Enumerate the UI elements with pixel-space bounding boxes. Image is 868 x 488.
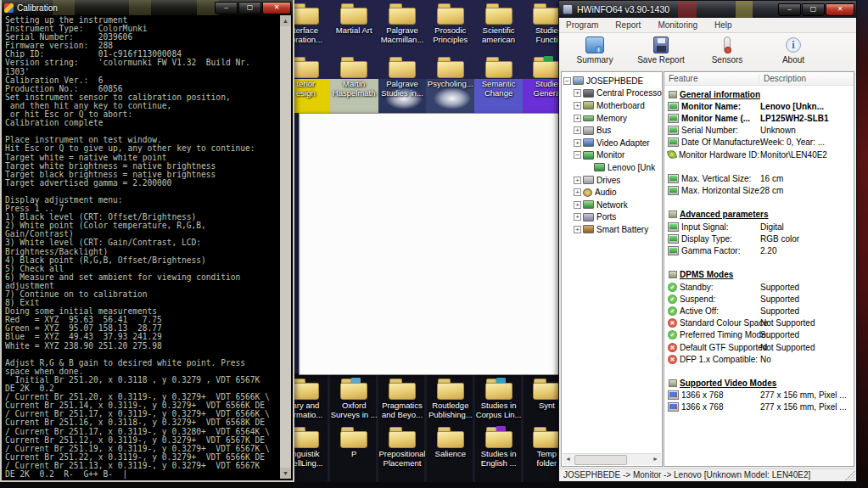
tree-item[interactable]: Monitor (562, 149, 662, 162)
desktop-folder[interactable]: Studies in English ... (474, 426, 523, 468)
toolbar-button[interactable]: Sensors (698, 36, 756, 65)
desktop-folder[interactable]: Palgrave Studies in... (378, 56, 427, 98)
minimize-button[interactable] (215, 2, 238, 14)
feature-row-icon (668, 306, 677, 316)
tree-expand-icon[interactable] (574, 151, 581, 159)
tree-item[interactable]: Memory (562, 112, 662, 125)
desktop-folder[interactable]: Salience (426, 426, 474, 468)
feature-row[interactable]: Date Of Manufacture: Week: 0, Year: ... (664, 137, 854, 149)
scrollbar-thumb[interactable] (574, 455, 627, 465)
desktop-folder[interactable]: Routledge Publishing... (426, 378, 474, 419)
tree-item[interactable]: Video Adapter (562, 137, 662, 149)
menu-item[interactable]: Program (566, 20, 598, 30)
toolbar-button[interactable]: Summary (566, 36, 624, 65)
feature-row[interactable]: Preferred Timing Mode: Supported (664, 329, 854, 341)
close-button[interactable] (262, 2, 291, 14)
feature-column-header[interactable]: Feature (664, 74, 759, 83)
console-titlebar[interactable]: Calibration (2, 0, 293, 15)
desktop-folder[interactable]: Pragmatics and Beyo... (378, 378, 427, 419)
feature-row[interactable]: Display Type: RGB color (664, 233, 854, 244)
desktop-folder[interactable]: Prepositional Placement (378, 426, 427, 468)
tree-item[interactable]: Drives (562, 174, 662, 187)
tree-expand-icon[interactable] (574, 139, 581, 147)
feature-row[interactable]: DFP 1.x Compatible: No (664, 353, 854, 365)
maximize-button[interactable] (238, 2, 261, 14)
desktop-folder[interactable]: Studies in Corpus Lin... (474, 378, 523, 419)
tree-expand-icon[interactable] (574, 177, 581, 184)
feature-row[interactable]: 1366 x 768 277 x 156 mm, Pixel ... (664, 390, 854, 401)
tree-expand-icon[interactable] (563, 77, 571, 85)
menu-item[interactable]: Help (714, 20, 732, 30)
desktop-folder[interactable]: Oxford Surveys in ... (330, 378, 378, 419)
tree-expand-icon[interactable] (574, 115, 581, 122)
feature-row[interactable] (664, 197, 854, 209)
tree-item[interactable]: Motherboard (562, 99, 662, 112)
feature-row[interactable]: Monitor Name (... LP125WH2-SLB1 (664, 112, 854, 124)
desktop-folder[interactable]: Prosodic Principles (426, 3, 474, 44)
desktop-folder[interactable]: Palgrave Macmillan... (378, 3, 427, 44)
scroll-left-icon[interactable] (563, 454, 574, 464)
feature-row-icon (668, 114, 679, 123)
tree-item[interactable]: Network (562, 199, 662, 211)
tree-expand-icon[interactable] (574, 213, 581, 221)
feature-row[interactable] (664, 257, 854, 269)
tree-expand-icon[interactable] (574, 126, 581, 134)
feature-row[interactable]: Standard Colour Space: Not Supported (664, 317, 854, 329)
menu-item[interactable]: Report (615, 20, 641, 30)
toolbar-button[interactable]: Save Report (632, 36, 690, 65)
feature-row[interactable]: Supported Video Modes (664, 378, 854, 390)
scroll-down-icon[interactable] (280, 468, 291, 479)
feature-row-icon (668, 234, 679, 244)
tree-expand-icon[interactable] (574, 201, 581, 209)
feature-row[interactable]: Monitor Name: Lenovo [Unkn... (664, 100, 854, 112)
feature-row[interactable]: Active Off: Supported (664, 305, 854, 317)
feature-row[interactable]: Advanced parameters (664, 209, 854, 221)
tree-expand-icon[interactable] (574, 89, 581, 97)
tree-item[interactable]: Bus (562, 124, 662, 137)
feature-row[interactable]: Serial Number: Unknown (664, 125, 854, 137)
feature-row[interactable]: Gamma Factor: 2.20 (664, 244, 854, 256)
feature-row[interactable]: Input Signal: Digital (664, 221, 854, 233)
close-button[interactable] (826, 3, 854, 16)
feature-row[interactable]: 1366 x 768 277 x 156 mm, Pixel ... (664, 401, 854, 413)
toolbar-button[interactable]: About (764, 36, 822, 65)
toolbar-icon (786, 37, 801, 53)
feature-row[interactable]: Standby: Supported (664, 281, 854, 293)
hwinfo-titlebar[interactable]: HWiNFO64 v3.90-1430 (559, 1, 856, 18)
desktop-folder[interactable]: Martial Art (330, 3, 378, 44)
menu-item[interactable]: Monitoring (658, 20, 697, 30)
tree-item[interactable]: Smart Battery (562, 223, 662, 236)
resize-grip-icon[interactable] (845, 470, 855, 480)
tree-expand-icon[interactable] (574, 226, 581, 233)
feature-row[interactable] (664, 160, 854, 172)
feature-row[interactable]: Max. Vertical Size: 16 cm (664, 172, 854, 184)
tree-item[interactable]: Lenovo [Unk (562, 161, 662, 174)
tree-item[interactable]: Audio (562, 186, 662, 199)
tree-expand-icon[interactable] (574, 102, 581, 109)
scroll-right-icon[interactable] (650, 454, 661, 464)
feature-row[interactable]: Max. Horizontal Size: 28 cm (664, 185, 854, 197)
tree-horizontal-scrollbar[interactable] (563, 453, 661, 465)
desktop-folder-label: P (351, 449, 356, 458)
console-scrollbar[interactable] (280, 15, 291, 479)
desktop-folder[interactable]: P (330, 426, 378, 468)
feature-row[interactable]: DPMS Modes (664, 269, 854, 281)
minimize-button[interactable] (778, 3, 801, 16)
desktop-folder[interactable]: Semantic Change (474, 56, 523, 98)
feature-row[interactable]: Default GTF Supported: Not Supported (664, 341, 854, 353)
feature-row[interactable]: General information (664, 88, 854, 100)
desktop-folder[interactable]: Psycholing... (426, 56, 474, 98)
tree-item[interactable]: JOSEPHBEDE (562, 75, 662, 87)
tree-item[interactable]: Central Processo (562, 87, 662, 100)
feature-row[interactable] (664, 365, 854, 377)
desktop-folder[interactable]: Martin Haspelmath (330, 56, 378, 98)
feature-row[interactable]: Monitor Hardware ID: Monitor\LEN40E2 (664, 149, 854, 160)
tree-expand-icon[interactable] (574, 188, 581, 196)
tree-item[interactable]: Ports (562, 211, 662, 224)
scroll-up-icon[interactable] (280, 15, 291, 26)
folder-front (437, 8, 464, 25)
maximize-button[interactable] (802, 3, 825, 16)
description-column-header[interactable]: Description (759, 74, 854, 83)
feature-row[interactable]: Suspend: Supported (664, 293, 854, 305)
desktop-folder[interactable]: Scientific american (474, 3, 523, 44)
